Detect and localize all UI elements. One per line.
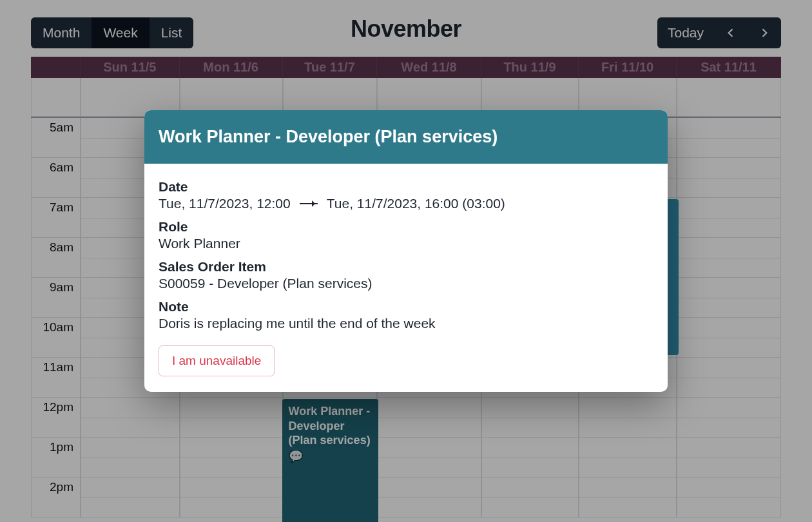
label-date: Date (159, 179, 653, 195)
label-sales-order-item: Sales Order Item (159, 259, 653, 275)
date-to: Tue, 11/7/2023, 16:00 (03:00) (327, 196, 505, 211)
value-date: Tue, 11/7/2023, 12:00 Tue, 11/7/2023, 16… (159, 196, 653, 211)
modal-title: Work Planner - Developer (Plan services) (144, 110, 668, 164)
modal-body: Date Tue, 11/7/2023, 12:00 Tue, 11/7/202… (144, 164, 668, 338)
unavailable-button[interactable]: I am unavailable (159, 345, 275, 376)
value-sales-order-item: S00059 - Developer (Plan services) (159, 276, 653, 291)
label-note: Note (159, 299, 653, 314)
value-role: Work Planner (159, 236, 653, 251)
event-detail-modal: Work Planner - Developer (Plan services)… (144, 110, 668, 392)
arrow-right-icon (300, 203, 318, 204)
value-note: Doris is replacing me until the end of t… (159, 316, 653, 331)
date-from: Tue, 11/7/2023, 12:00 (159, 196, 291, 211)
label-role: Role (159, 219, 653, 235)
